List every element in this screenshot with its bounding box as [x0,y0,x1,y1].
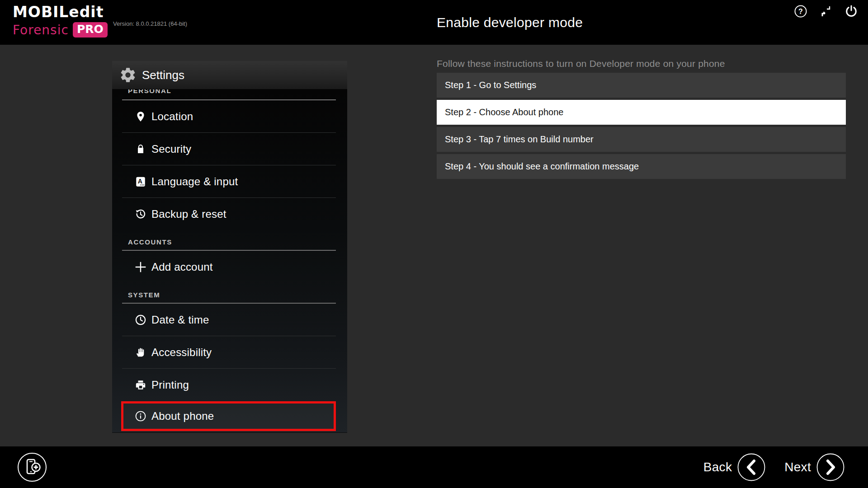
settings-item-about-phone: About phone [151,410,214,422]
help-icon[interactable]: ? [793,4,808,19]
chevron-left-circle-icon [737,453,765,481]
language-input-icon: A [133,174,148,189]
section-label-accounts: ACCOUNTS [122,230,336,251]
settings-item-printing: Printing [122,369,336,401]
back-button[interactable]: Back [703,453,765,481]
section-label-system: SYSTEM [122,283,336,304]
settings-item-add-account: Add account [122,251,336,283]
settings-item-language-input: A Language & input [122,165,336,198]
logo-pro-badge: PRO [73,22,108,38]
info-icon [133,408,148,424]
power-icon[interactable] [844,4,859,19]
chevron-right-circle-icon [816,453,844,481]
location-pin-icon [133,109,148,124]
settings-header: Settings [112,61,347,89]
section-label-personal: PERSONAL [122,89,336,100]
page-title: Enable developer mode [437,15,583,30]
lock-icon [133,141,148,157]
accessibility-hand-icon [133,345,148,360]
wizard-navigation: Back Next [703,453,844,481]
settings-item-security: Security [122,133,336,165]
gear-icon [119,67,137,83]
settings-item-backup-reset: Backup & reset [122,198,336,230]
step-4[interactable]: Step 4 - You should see a confirmation m… [437,154,846,179]
instructions-subtitle: Follow these instructions to turn on Dev… [437,58,846,69]
plus-icon [133,259,148,275]
mobiledit-logo: MOBILedit Forensic PRO [13,3,108,38]
step-3[interactable]: Step 3 - Tap 7 times on Build number [437,127,846,152]
settings-item-location: Location [122,100,336,133]
main-area: Settings PERSONAL Location [0,45,868,446]
add-device-button[interactable] [17,452,47,482]
settings-list: PERSONAL Location Security [112,89,347,432]
settings-item-accessibility: Accessibility [122,336,336,369]
svg-text:A: A [138,177,142,184]
printer-icon [133,377,148,393]
backup-reset-icon [133,206,148,222]
clock-icon [133,312,148,328]
phone-settings-screenshot: Settings PERSONAL Location [112,61,347,433]
footer-bar: Back Next [0,446,868,488]
phone-add-icon [17,452,47,482]
step-1[interactable]: Step 1 - Go to Settings [437,73,846,98]
logo-text-mobiledit: MOBILedit [13,3,108,21]
next-button[interactable]: Next [784,453,844,481]
svg-text:?: ? [798,8,803,15]
next-label: Next [784,460,811,474]
instructions-panel: Follow these instructions to turn on Dev… [437,45,846,181]
restore-window-icon[interactable] [818,4,834,19]
version-label: Version: 8.0.0.21821 (64-bit) [113,20,187,27]
back-label: Back [703,460,732,474]
settings-item-date-time: Date & time [122,304,336,336]
top-bar: MOBILedit Forensic PRO Version: 8.0.0.21… [0,0,868,45]
about-phone-highlight-box: About phone [121,401,336,431]
step-2-active[interactable]: Step 2 - Choose About phone [437,100,846,125]
settings-title: Settings [142,68,184,82]
logo-text-forensic: Forensic [13,23,69,38]
steps-list: Step 1 - Go to Settings Step 2 - Choose … [437,73,846,179]
